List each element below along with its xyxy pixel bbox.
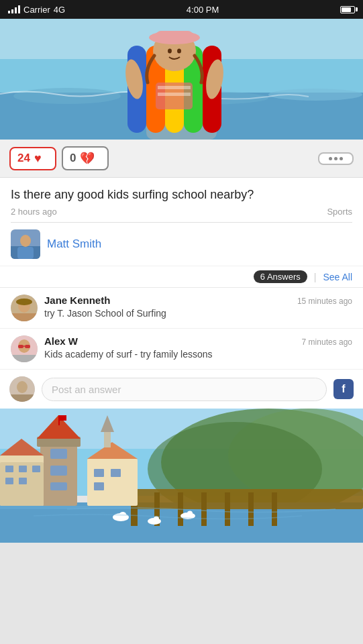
question-text: Is there any good kids surfing school ne…: [11, 187, 352, 203]
svg-rect-25: [17, 247, 34, 259]
svg-rect-59: [50, 466, 67, 476]
svg-rect-64: [19, 466, 27, 472]
post-answer-input-wrap[interactable]: Post an answer: [42, 378, 327, 401]
like-button[interactable]: 24 ♥: [9, 147, 56, 170]
svg-rect-76: [58, 415, 60, 425]
svg-rect-63: [5, 466, 13, 472]
svg-rect-71: [94, 469, 104, 477]
dislike-button[interactable]: 0 💔: [62, 146, 109, 170]
svg-point-18: [177, 49, 181, 54]
dot-3: [340, 157, 343, 160]
pipe-separator: |: [314, 272, 317, 282]
answer-author-1: Jane Kenneth: [44, 294, 110, 306]
svg-rect-54: [272, 492, 277, 526]
svg-rect-20: [158, 86, 191, 89]
svg-point-83: [187, 511, 193, 516]
svg-rect-65: [32, 466, 40, 472]
like-count: 24: [17, 152, 30, 165]
facebook-button[interactable]: f: [333, 379, 354, 399]
answer-item-2: Alex W 7 minutes ago Kids academy of sur…: [0, 329, 363, 370]
hero-top-svg: [0, 19, 363, 140]
svg-point-38: [17, 381, 28, 393]
svg-rect-33: [18, 345, 23, 348]
svg-rect-34: [25, 345, 30, 348]
hero-image-bottom: [0, 409, 363, 543]
svg-rect-72: [111, 469, 121, 477]
dot-1: [329, 157, 332, 160]
question-time: 2 hours ago: [11, 207, 57, 217]
answer-time-2: 7 minutes ago: [302, 337, 352, 347]
hero-bottom-svg: [0, 409, 363, 543]
answer-content-2: Alex W 7 minutes ago Kids academy of sur…: [44, 335, 352, 362]
action-bar: 24 ♥ 0 💔: [0, 140, 363, 178]
post-answer-row: Post an answer f: [0, 370, 363, 409]
more-button[interactable]: [318, 152, 354, 165]
answer-text-1: try T. Jason School of Surfing: [44, 307, 352, 321]
svg-rect-29: [19, 299, 30, 304]
svg-rect-30: [11, 313, 38, 321]
signal-icon: [8, 5, 20, 13]
answer-header-2: Alex W 7 minutes ago: [44, 335, 352, 347]
post-answer-placeholder: Post an answer: [52, 384, 121, 395]
svg-point-17: [168, 49, 172, 54]
svg-rect-73: [94, 482, 104, 490]
card: 24 ♥ 0 💔 Is there any good kids surfing …: [0, 140, 363, 409]
answers-badge: 6 Answers: [254, 270, 307, 283]
current-user-avatar: [9, 376, 35, 402]
svg-rect-16: [156, 31, 193, 43]
carrier-label: Carrier: [23, 5, 50, 15]
answer-text-2: Kids academy of surf - try family lesson…: [44, 348, 352, 362]
facebook-icon: f: [342, 383, 345, 395]
time-display: 4:00 PM: [187, 5, 219, 15]
status-left: Carrier 4G: [8, 5, 65, 15]
svg-rect-77: [60, 415, 66, 421]
question-area: Is there any good kids surfing school ne…: [0, 178, 363, 222]
svg-point-24: [20, 235, 31, 247]
heart-icon: ♥: [34, 152, 42, 166]
answer-avatar-2: [11, 335, 38, 362]
svg-rect-67: [19, 478, 27, 484]
network-label: 4G: [54, 5, 65, 15]
answers-summary: 6 Answers | See All: [0, 266, 363, 288]
hero-image-top: [0, 19, 363, 140]
question-category: Sports: [327, 207, 352, 217]
answer-time-1: 15 minutes ago: [297, 297, 352, 306]
author-avatar: [11, 229, 40, 259]
author-name: Matt Smith: [47, 237, 101, 251]
battery-icon: [340, 6, 355, 13]
svg-rect-58: [50, 449, 67, 459]
svg-rect-52: [225, 492, 230, 526]
broken-heart-icon: 💔: [80, 151, 95, 166]
answer-header-1: Jane Kenneth 15 minutes ago: [44, 294, 352, 306]
svg-rect-53: [248, 492, 254, 526]
svg-rect-60: [50, 482, 67, 490]
answer-item-1: Jane Kenneth 15 minutes ago try T. Jason…: [0, 288, 363, 329]
svg-rect-51: [201, 492, 207, 526]
svg-rect-36: [11, 355, 38, 362]
answer-avatar-1: [11, 294, 38, 321]
answer-author-2: Alex W: [44, 335, 78, 347]
answer-content-1: Jane Kenneth 15 minutes ago try T. Jason…: [44, 294, 352, 321]
svg-rect-39: [9, 394, 35, 402]
question-meta: 2 hours ago Sports: [11, 207, 352, 217]
status-bar: Carrier 4G 4:00 PM: [0, 0, 363, 19]
dislike-count: 0: [70, 152, 76, 165]
author-row: Matt Smith: [0, 223, 363, 266]
see-all-button[interactable]: See All: [323, 272, 352, 282]
dot-2: [334, 157, 338, 160]
svg-rect-66: [5, 478, 13, 484]
svg-rect-21: [158, 93, 191, 96]
